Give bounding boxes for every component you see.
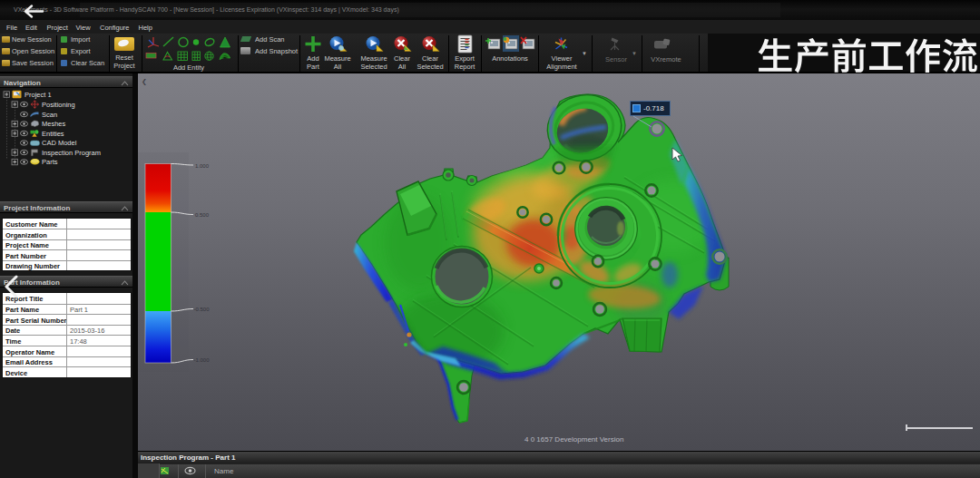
svg-text:1.000: 1.000 [195, 163, 210, 169]
svg-text:-1.000: -1.000 [194, 357, 211, 363]
svg-text:-0.500: -0.500 [194, 307, 211, 312]
svg-text:0.500: 0.500 [195, 212, 210, 218]
